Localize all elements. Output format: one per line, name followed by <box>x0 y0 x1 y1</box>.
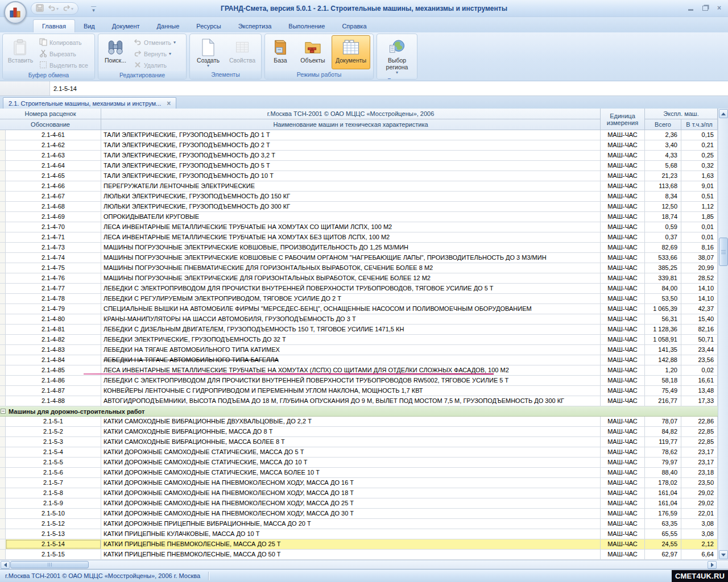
rate-salary-cell[interactable]: 82,16 <box>681 325 718 334</box>
table-row[interactable]: 2.1-4-74 МАШИНЫ ПОГРУЗОЧНЫЕ ЭЛЕКТРИЧЕСКИ… <box>0 253 718 263</box>
rate-salary-cell[interactable]: 3,08 <box>681 519 718 529</box>
rate-unit-cell[interactable]: МАШ-ЧАС <box>601 140 645 150</box>
rate-salary-cell[interactable]: 23,56 <box>681 355 718 365</box>
table-row[interactable]: 2.1-5-5 КАТКИ ДОРОЖНЫЕ САМОХОДНЫЕ СТАТИЧ… <box>0 458 718 468</box>
rate-name-cell[interactable]: МАШИНЫ ПОГРУЗОЧНЫЕ ЭЛЕКТРИЧЕСКИЕ КОВШОВЫ… <box>101 253 601 263</box>
close-button[interactable]: × <box>717 5 721 11</box>
rate-salary-cell[interactable]: 22,86 <box>681 417 718 426</box>
rate-unit-cell[interactable]: МАШ-ЧАС <box>601 355 645 365</box>
rate-salary-cell[interactable]: 20,99 <box>681 263 718 273</box>
rate-unit-cell[interactable]: МАШ-ЧАС <box>601 386 645 396</box>
table-row[interactable]: 2.1-4-76 МАШИНЫ ПОГРУЗОЧНЫЕ ЭЛЕКТРИЧЕСКИ… <box>0 273 718 284</box>
table-row[interactable]: 2.1-5-1 КАТКИ САМОХОДНЫЕ ВИБРАЦИОННЫЕ ДВ… <box>0 417 718 427</box>
rate-name-cell[interactable]: КАТКИ ДОРОЖНЫЕ ПРИЦЕПНЫЕ ВИБРАЦИОННЫЕ, М… <box>101 519 601 529</box>
rate-name-cell[interactable]: КАТКИ ПРИЦЕПНЫЕ ПНЕВМОКОЛЕСНЫЕ, МАССА ДО… <box>101 539 601 549</box>
rate-code-cell[interactable]: 2.1-5-13 <box>6 529 101 539</box>
rate-name-cell[interactable]: ТАЛИ ЭЛЕКТРИЧЕСКИЕ, ГРУЗОПОДЪЕМНОСТЬ ДО … <box>101 171 601 181</box>
rate-unit-cell[interactable]: МАШ-ЧАС <box>601 222 645 232</box>
rate-unit-cell[interactable]: МАШ-ЧАС <box>601 212 645 222</box>
rate-total-cell[interactable]: 3,40 <box>645 140 681 150</box>
rate-total-cell[interactable]: 339,81 <box>645 273 681 283</box>
rate-salary-cell[interactable]: 23,50 <box>681 478 718 488</box>
rate-total-cell[interactable]: 385,25 <box>645 263 681 273</box>
rate-total-cell[interactable]: 0,59 <box>645 222 681 232</box>
rate-name-cell[interactable]: КАТКИ ДОРОЖНЫЕ САМОХОДНЫЕ СТАТИЧЕСКИЕ, М… <box>101 468 601 477</box>
table-row[interactable]: 2.1-4-87 КОНВЕЙЕРЫ ЛЕНТОЧНЫЕ С ГИДРОПРИВ… <box>0 386 718 396</box>
rate-total-cell[interactable]: 18,74 <box>645 212 681 222</box>
rate-name-cell[interactable]: ТАЛИ ЭЛЕКТРИЧЕСКИЕ, ГРУЗОПОДЪЕМНОСТЬ ДО … <box>101 140 601 150</box>
rate-unit-cell[interactable]: МАШ-ЧАС <box>601 335 645 344</box>
tab-spravka[interactable]: Справка <box>333 20 375 32</box>
rate-salary-cell[interactable]: 0,01 <box>681 232 718 242</box>
table-row[interactable]: 2.1-4-64 ТАЛИ ЭЛЕКТРИЧЕСКИЕ, ГРУЗОПОДЪЕМ… <box>0 161 718 171</box>
rate-total-cell[interactable]: 5,68 <box>645 161 681 171</box>
rate-name-cell[interactable]: ЛЮЛЬКИ ЭЛЕКТРИЧЕСКИЕ, ГРУЗОПОДЪЕМНОСТЬ Д… <box>101 202 601 211</box>
rate-salary-cell[interactable]: 1,12 <box>681 202 718 211</box>
rate-unit-cell[interactable]: МАШ-ЧАС <box>601 273 645 283</box>
rate-code-cell[interactable]: 2.1-4-70 <box>6 222 101 232</box>
rate-code-cell[interactable]: 2.1-4-81 <box>6 325 101 334</box>
rate-code-cell[interactable]: 2.1-4-88 <box>6 396 101 406</box>
rate-total-cell[interactable]: 178,02 <box>645 478 681 488</box>
rate-code-cell[interactable]: 2.1-4-71 <box>6 232 101 242</box>
table-row[interactable]: 2.1-4-84 ЛЕБЕДКИ НА ТЯГАЧЕ АВТОМОБИЛЬНОГ… <box>0 355 718 365</box>
rate-total-cell[interactable]: 63,35 <box>645 519 681 529</box>
rate-code-cell[interactable]: 2.1-4-84 <box>6 355 101 365</box>
redo-menu-button[interactable]: Вернуть▾ <box>132 49 177 59</box>
table-row[interactable]: 2.1-5-7 КАТКИ ДОРОЖНЫЕ САМОХОДНЫЕ НА ПНЕ… <box>0 478 718 488</box>
rate-code-cell[interactable]: 2.1-5-15 <box>6 550 101 559</box>
table-row[interactable]: 2.1-4-78 ЛЕБЕДКИ С РЕГУЛИРУЕМЫМ ЭЛЕКТРОП… <box>0 294 718 304</box>
documents-mode-button[interactable]: Документы <box>332 35 370 69</box>
rate-total-cell[interactable]: 1 065,39 <box>645 304 681 314</box>
rate-code-cell[interactable]: 2.1-4-65 <box>6 171 101 181</box>
rate-salary-cell[interactable]: 3,08 <box>681 529 718 539</box>
rate-code-cell[interactable]: 2.1-4-80 <box>6 314 101 324</box>
rate-salary-cell[interactable]: 6,64 <box>681 550 718 559</box>
rate-salary-cell[interactable]: 0,02 <box>681 365 718 375</box>
rate-unit-cell[interactable]: МАШ-ЧАС <box>601 468 645 477</box>
table-row[interactable]: 2.1-5-3 КАТКИ САМОХОДНЫЕ ВИБРАЦИОННЫЕ, М… <box>0 437 718 447</box>
rate-name-cell[interactable]: АВТОГИДРОПОДЪЕМНИКИ, ВЫСОТА ПОДЪЕМА ДО 1… <box>101 396 601 406</box>
rate-total-cell[interactable]: 4,33 <box>645 151 681 160</box>
table-row[interactable]: 2.1-4-67 ЛЮЛЬКИ ЭЛЕКТРИЧЕСКИЕ, ГРУЗОПОДЪ… <box>0 192 718 202</box>
rate-unit-cell[interactable]: МАШ-ЧАС <box>601 325 645 334</box>
rate-name-cell[interactable]: ПЕРЕГРУЖАТЕЛИ ЛЕНТОЧНЫЕ ЭЛЕКТРИЧЕСКИЕ <box>101 181 601 191</box>
rate-salary-cell[interactable]: 29,02 <box>681 488 718 498</box>
tab-resursy[interactable]: Ресурсы <box>188 20 229 32</box>
rate-code-cell[interactable]: 2.1-5-2 <box>6 427 101 436</box>
tab-dokument[interactable]: Документ <box>104 20 148 32</box>
rate-unit-cell[interactable]: МАШ-ЧАС <box>601 396 645 406</box>
search-button[interactable]: Поиск... <box>100 35 131 70</box>
table-row[interactable]: 2.1-4-81 ЛЕБЕДКИ С ДИЗЕЛЬНЫМ ДВИГАТЕЛЕМ,… <box>0 325 718 335</box>
table-row[interactable]: 2.1-4-79 СПЕЦИАЛЬНЫЕ ВЫШКИ НА АВТОМОБИЛЕ… <box>0 304 718 314</box>
rate-total-cell[interactable]: 119,77 <box>645 437 681 447</box>
rate-total-cell[interactable]: 84,82 <box>645 427 681 436</box>
rate-unit-cell[interactable]: МАШ-ЧАС <box>601 550 645 559</box>
table-row[interactable]: 2.1-4-83 ЛЕБЕДКИ НА ТЯГАЧЕ АВТОМОБИЛЬНОГ… <box>0 345 718 355</box>
rate-code-cell[interactable]: 2.1-5-8 <box>6 488 101 498</box>
rate-name-cell[interactable]: ЛЕБЕДКИ С ЭЛЕКТРОПРИВОДОМ ДЛЯ ПРОЧИСТКИ … <box>101 376 601 385</box>
minimize-button[interactable] <box>688 9 693 11</box>
rate-code-cell[interactable]: 2.1-5-5 <box>6 458 101 467</box>
table-row[interactable]: 2.1-5-6 КАТКИ ДОРОЖНЫЕ САМОХОДНЫЕ СТАТИЧ… <box>0 468 718 478</box>
rate-unit-cell[interactable]: МАШ-ЧАС <box>601 539 645 549</box>
rate-total-cell[interactable]: 142,88 <box>645 355 681 365</box>
rate-name-cell[interactable]: КАТКИ ПРИЦЕПНЫЕ ПНЕВМОКОЛЕСНЫЕ, МАССА ДО… <box>101 550 601 559</box>
rate-salary-cell[interactable]: 14,10 <box>681 294 718 304</box>
table-row[interactable]: 2.1-4-71 ЛЕСА ИНВЕНТАРНЫЕ МЕТАЛЛИЧЕСКИЕ … <box>0 232 718 243</box>
rate-salary-cell[interactable]: 0,32 <box>681 161 718 171</box>
rate-salary-cell[interactable]: 16,61 <box>681 376 718 385</box>
rate-salary-cell[interactable]: 23,18 <box>681 468 718 477</box>
rate-name-cell[interactable]: КАТКИ ДОРОЖНЫЕ САМОХОДНЫЕ НА ПНЕВМОКОЛЕС… <box>101 488 601 498</box>
rate-unit-cell[interactable]: МАШ-ЧАС <box>601 294 645 304</box>
rate-unit-cell[interactable]: МАШ-ЧАС <box>601 529 645 539</box>
rate-unit-cell[interactable]: МАШ-ЧАС <box>601 202 645 211</box>
rate-name-cell[interactable]: ЛЮЛЬКИ ЭЛЕКТРИЧЕСКИЕ, ГРУЗОПОДЪЕМНОСТЬ Д… <box>101 192 601 201</box>
rate-total-cell[interactable]: 533,66 <box>645 253 681 263</box>
delete-button[interactable]: Удалить <box>132 61 177 70</box>
rate-name-cell[interactable]: СПЕЦИАЛЬНЫЕ ВЫШКИ НА АВТОМОБИЛЕ ФИРМЫ "М… <box>101 304 601 314</box>
rate-salary-cell[interactable]: 0,15 <box>681 130 718 140</box>
rate-unit-cell[interactable]: МАШ-ЧАС <box>601 365 645 375</box>
rate-code-cell[interactable]: 2.1-5-12 <box>6 519 101 529</box>
rate-total-cell[interactable]: 161,04 <box>645 488 681 498</box>
